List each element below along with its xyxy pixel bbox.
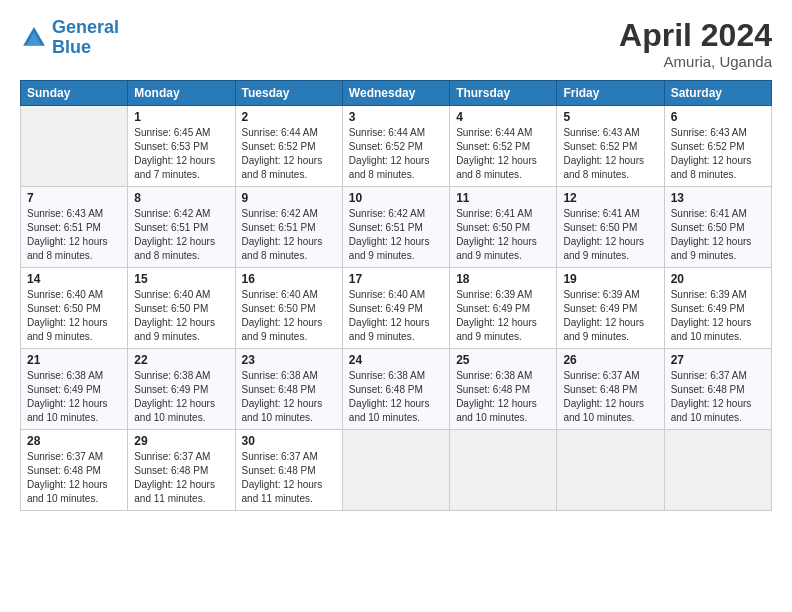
calendar-cell-w1-d3: 2Sunrise: 6:44 AMSunset: 6:52 PMDaylight… — [235, 106, 342, 187]
calendar-cell-w3-d6: 19Sunrise: 6:39 AMSunset: 6:49 PMDayligh… — [557, 268, 664, 349]
day-info: Sunrise: 6:40 AMSunset: 6:50 PMDaylight:… — [134, 288, 228, 344]
day-number: 25 — [456, 353, 550, 367]
day-number: 2 — [242, 110, 336, 124]
calendar-cell-w5-d2: 29Sunrise: 6:37 AMSunset: 6:48 PMDayligh… — [128, 430, 235, 511]
day-number: 23 — [242, 353, 336, 367]
calendar-cell-w4-d3: 23Sunrise: 6:38 AMSunset: 6:48 PMDayligh… — [235, 349, 342, 430]
calendar-cell-w4-d7: 27Sunrise: 6:37 AMSunset: 6:48 PMDayligh… — [664, 349, 771, 430]
day-info: Sunrise: 6:40 AMSunset: 6:49 PMDaylight:… — [349, 288, 443, 344]
day-info: Sunrise: 6:40 AMSunset: 6:50 PMDaylight:… — [27, 288, 121, 344]
day-info: Sunrise: 6:43 AMSunset: 6:51 PMDaylight:… — [27, 207, 121, 263]
day-info: Sunrise: 6:37 AMSunset: 6:48 PMDaylight:… — [134, 450, 228, 506]
day-number: 22 — [134, 353, 228, 367]
day-info: Sunrise: 6:42 AMSunset: 6:51 PMDaylight:… — [134, 207, 228, 263]
col-header-saturday: Saturday — [664, 81, 771, 106]
day-number: 8 — [134, 191, 228, 205]
calendar-cell-w4-d6: 26Sunrise: 6:37 AMSunset: 6:48 PMDayligh… — [557, 349, 664, 430]
day-number: 27 — [671, 353, 765, 367]
calendar-cell-w4-d1: 21Sunrise: 6:38 AMSunset: 6:49 PMDayligh… — [21, 349, 128, 430]
calendar-page: General Blue April 2024 Amuria, Uganda S… — [0, 0, 792, 612]
day-info: Sunrise: 6:38 AMSunset: 6:49 PMDaylight:… — [134, 369, 228, 425]
day-info: Sunrise: 6:41 AMSunset: 6:50 PMDaylight:… — [456, 207, 550, 263]
day-number: 28 — [27, 434, 121, 448]
day-number: 18 — [456, 272, 550, 286]
day-info: Sunrise: 6:45 AMSunset: 6:53 PMDaylight:… — [134, 126, 228, 182]
calendar-cell-w3-d5: 18Sunrise: 6:39 AMSunset: 6:49 PMDayligh… — [450, 268, 557, 349]
calendar-cell-w1-d5: 4Sunrise: 6:44 AMSunset: 6:52 PMDaylight… — [450, 106, 557, 187]
day-number: 9 — [242, 191, 336, 205]
day-number: 3 — [349, 110, 443, 124]
day-info: Sunrise: 6:42 AMSunset: 6:51 PMDaylight:… — [242, 207, 336, 263]
day-info: Sunrise: 6:44 AMSunset: 6:52 PMDaylight:… — [242, 126, 336, 182]
day-number: 7 — [27, 191, 121, 205]
calendar-cell-w4-d2: 22Sunrise: 6:38 AMSunset: 6:49 PMDayligh… — [128, 349, 235, 430]
day-number: 29 — [134, 434, 228, 448]
day-info: Sunrise: 6:43 AMSunset: 6:52 PMDaylight:… — [671, 126, 765, 182]
calendar-cell-w4-d4: 24Sunrise: 6:38 AMSunset: 6:48 PMDayligh… — [342, 349, 449, 430]
logo: General Blue — [20, 18, 119, 58]
calendar-cell-w2-d6: 12Sunrise: 6:41 AMSunset: 6:50 PMDayligh… — [557, 187, 664, 268]
day-number: 10 — [349, 191, 443, 205]
calendar-cell-w5-d1: 28Sunrise: 6:37 AMSunset: 6:48 PMDayligh… — [21, 430, 128, 511]
day-info: Sunrise: 6:38 AMSunset: 6:48 PMDaylight:… — [349, 369, 443, 425]
day-number: 20 — [671, 272, 765, 286]
week-row-2: 7Sunrise: 6:43 AMSunset: 6:51 PMDaylight… — [21, 187, 772, 268]
logo-blue: Blue — [52, 37, 91, 57]
day-info: Sunrise: 6:38 AMSunset: 6:48 PMDaylight:… — [242, 369, 336, 425]
day-number: 26 — [563, 353, 657, 367]
day-info: Sunrise: 6:43 AMSunset: 6:52 PMDaylight:… — [563, 126, 657, 182]
calendar-table: Sunday Monday Tuesday Wednesday Thursday… — [20, 80, 772, 511]
calendar-cell-w5-d3: 30Sunrise: 6:37 AMSunset: 6:48 PMDayligh… — [235, 430, 342, 511]
day-info: Sunrise: 6:37 AMSunset: 6:48 PMDaylight:… — [27, 450, 121, 506]
calendar-cell-w5-d4 — [342, 430, 449, 511]
logo-general: General — [52, 17, 119, 37]
week-row-4: 21Sunrise: 6:38 AMSunset: 6:49 PMDayligh… — [21, 349, 772, 430]
calendar-cell-w1-d7: 6Sunrise: 6:43 AMSunset: 6:52 PMDaylight… — [664, 106, 771, 187]
day-number: 19 — [563, 272, 657, 286]
day-info: Sunrise: 6:40 AMSunset: 6:50 PMDaylight:… — [242, 288, 336, 344]
calendar-cell-w2-d5: 11Sunrise: 6:41 AMSunset: 6:50 PMDayligh… — [450, 187, 557, 268]
col-header-sunday: Sunday — [21, 81, 128, 106]
calendar-cell-w1-d2: 1Sunrise: 6:45 AMSunset: 6:53 PMDaylight… — [128, 106, 235, 187]
day-info: Sunrise: 6:37 AMSunset: 6:48 PMDaylight:… — [242, 450, 336, 506]
calendar-cell-w3-d4: 17Sunrise: 6:40 AMSunset: 6:49 PMDayligh… — [342, 268, 449, 349]
week-row-3: 14Sunrise: 6:40 AMSunset: 6:50 PMDayligh… — [21, 268, 772, 349]
day-info: Sunrise: 6:37 AMSunset: 6:48 PMDaylight:… — [671, 369, 765, 425]
calendar-cell-w1-d4: 3Sunrise: 6:44 AMSunset: 6:52 PMDaylight… — [342, 106, 449, 187]
calendar-cell-w2-d2: 8Sunrise: 6:42 AMSunset: 6:51 PMDaylight… — [128, 187, 235, 268]
day-number: 24 — [349, 353, 443, 367]
col-header-wednesday: Wednesday — [342, 81, 449, 106]
calendar-header-row: Sunday Monday Tuesday Wednesday Thursday… — [21, 81, 772, 106]
week-row-5: 28Sunrise: 6:37 AMSunset: 6:48 PMDayligh… — [21, 430, 772, 511]
day-number: 6 — [671, 110, 765, 124]
day-number: 5 — [563, 110, 657, 124]
day-info: Sunrise: 6:44 AMSunset: 6:52 PMDaylight:… — [349, 126, 443, 182]
logo-text: General Blue — [52, 18, 119, 58]
calendar-cell-w2-d1: 7Sunrise: 6:43 AMSunset: 6:51 PMDaylight… — [21, 187, 128, 268]
title-block: April 2024 Amuria, Uganda — [619, 18, 772, 70]
calendar-cell-w4-d5: 25Sunrise: 6:38 AMSunset: 6:48 PMDayligh… — [450, 349, 557, 430]
day-number: 1 — [134, 110, 228, 124]
page-header: General Blue April 2024 Amuria, Uganda — [20, 18, 772, 70]
day-info: Sunrise: 6:41 AMSunset: 6:50 PMDaylight:… — [671, 207, 765, 263]
day-info: Sunrise: 6:44 AMSunset: 6:52 PMDaylight:… — [456, 126, 550, 182]
location-subtitle: Amuria, Uganda — [619, 53, 772, 70]
day-number: 21 — [27, 353, 121, 367]
calendar-cell-w3-d1: 14Sunrise: 6:40 AMSunset: 6:50 PMDayligh… — [21, 268, 128, 349]
calendar-cell-w5-d7 — [664, 430, 771, 511]
day-number: 14 — [27, 272, 121, 286]
day-info: Sunrise: 6:38 AMSunset: 6:49 PMDaylight:… — [27, 369, 121, 425]
day-number: 13 — [671, 191, 765, 205]
day-info: Sunrise: 6:42 AMSunset: 6:51 PMDaylight:… — [349, 207, 443, 263]
calendar-cell-w2-d4: 10Sunrise: 6:42 AMSunset: 6:51 PMDayligh… — [342, 187, 449, 268]
day-number: 4 — [456, 110, 550, 124]
day-info: Sunrise: 6:39 AMSunset: 6:49 PMDaylight:… — [563, 288, 657, 344]
calendar-cell-w1-d1 — [21, 106, 128, 187]
day-number: 30 — [242, 434, 336, 448]
day-number: 12 — [563, 191, 657, 205]
day-number: 17 — [349, 272, 443, 286]
day-number: 16 — [242, 272, 336, 286]
week-row-1: 1Sunrise: 6:45 AMSunset: 6:53 PMDaylight… — [21, 106, 772, 187]
calendar-cell-w3-d2: 15Sunrise: 6:40 AMSunset: 6:50 PMDayligh… — [128, 268, 235, 349]
day-info: Sunrise: 6:39 AMSunset: 6:49 PMDaylight:… — [671, 288, 765, 344]
